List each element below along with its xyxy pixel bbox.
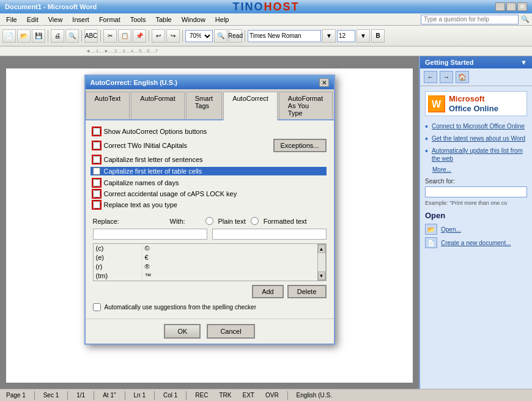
zoom-icon[interactable]: 🔍 — [214, 29, 227, 43]
search-label: Search for: — [425, 178, 527, 185]
status-col: Col 1 — [161, 392, 180, 399]
panel-icon-home[interactable]: 🏠 — [456, 71, 469, 83]
checkbox-replace-text[interactable] — [93, 201, 100, 208]
menu-view[interactable]: View — [45, 15, 67, 24]
checkbox-names-of-days[interactable] — [93, 179, 100, 186]
panel-icon-1[interactable]: ← — [424, 71, 437, 83]
tab-autotext[interactable]: AutoText — [86, 92, 130, 119]
maximize-button[interactable]: □ — [506, 2, 516, 11]
titlebar-title: Document1 - Microsoft Word — [5, 3, 97, 10]
search-icon[interactable]: 🔍 — [521, 15, 530, 23]
checkbox-two-initials[interactable] — [93, 142, 100, 149]
checkbox-row-1: Show AutoCorrect Options buttons — [93, 128, 327, 135]
status-at: At 1" — [100, 392, 118, 399]
replace-label: Replace: — [93, 218, 124, 225]
fontsize-dropdown-icon[interactable]: ▼ — [357, 29, 370, 43]
radio-plain-text[interactable] — [205, 217, 213, 225]
tab-autoformat[interactable]: AutoFormat — [131, 92, 184, 119]
open-button[interactable]: 📂 — [17, 29, 31, 43]
menubar: File Edit View Insert Format Tools Table… — [0, 13, 532, 26]
redo-button[interactable]: ↪ — [166, 29, 180, 43]
menu-table[interactable]: Table — [152, 15, 175, 24]
status-sep-6 — [186, 391, 187, 400]
status-sep-1 — [34, 391, 35, 400]
table-scrollbar[interactable]: ▲ ▼ — [317, 244, 326, 281]
panel-search-input[interactable] — [425, 186, 527, 197]
copy-button[interactable]: 📋 — [118, 29, 131, 43]
font-dropdown-icon[interactable]: ▼ — [322, 29, 336, 43]
table-row-1[interactable]: (c) © — [94, 244, 317, 253]
radio-formatted-text[interactable] — [251, 217, 259, 225]
tab-autoformat-as-type[interactable]: AutoFormat As You Type — [279, 92, 333, 119]
add-button[interactable]: Add — [252, 285, 284, 298]
checkbox-row-4-highlighted: Capitalize first letter of table cells — [91, 167, 327, 175]
tab-autocorrect[interactable]: AutoCorrect — [223, 92, 278, 120]
scroll-up-button[interactable]: ▲ — [318, 245, 325, 253]
ok-button[interactable]: OK — [164, 324, 201, 339]
save-button[interactable]: 💾 — [32, 29, 45, 43]
create-link-text[interactable]: Create a new document... — [441, 240, 511, 246]
checkbox-capitalize-table[interactable] — [93, 167, 100, 175]
fontsize-select[interactable] — [337, 30, 355, 42]
menu-tools[interactable]: Tools — [127, 15, 150, 24]
menu-window[interactable]: Window — [178, 15, 209, 24]
menu-help[interactable]: Help — [212, 15, 233, 24]
bold-button[interactable]: B — [371, 29, 385, 43]
search-input[interactable] — [421, 15, 519, 24]
table-cell-key-2: (e) — [94, 253, 142, 262]
menu-edit[interactable]: Edit — [23, 15, 42, 24]
scroll-down-button[interactable]: ▼ — [318, 271, 325, 280]
table-cell-val-4: ™ — [142, 271, 317, 280]
checkbox-capitalize-sentences[interactable] — [93, 156, 100, 163]
minimize-button[interactable]: _ — [495, 2, 505, 11]
table-row-2[interactable]: (e) € — [94, 253, 317, 262]
dialog-body: Show AutoCorrect Options buttons Correct… — [86, 120, 334, 318]
open-link-text[interactable]: Open... — [441, 226, 461, 233]
paste-button[interactable]: 📌 — [133, 29, 146, 43]
menu-format[interactable]: Format — [95, 15, 124, 24]
font-select[interactable] — [248, 30, 321, 42]
tinohost-logo: TINOHOST — [232, 1, 299, 13]
right-panel: Getting Started ▼ ← → 🏠 W Microsoft Offi… — [419, 56, 532, 389]
tab-smarttags[interactable]: Smart Tags — [186, 92, 222, 119]
preview-button[interactable]: 🔍 — [65, 29, 79, 43]
table-row-4[interactable]: (tm) ™ — [94, 271, 317, 281]
delete-button[interactable]: Delete — [287, 285, 327, 298]
link-text-3[interactable]: Automatically update this list from the … — [432, 147, 527, 163]
radio-formatted-label: Formatted text — [264, 218, 307, 225]
checkbox-label-7: Replace text as you type — [104, 201, 177, 208]
checkbox-caps-lock[interactable] — [93, 190, 100, 197]
replace-from-input[interactable] — [93, 229, 207, 240]
new-button[interactable]: 📄 — [2, 29, 16, 43]
replace-section: Replace: With: Plain text Formatted text — [93, 213, 327, 240]
exceptions-button[interactable]: Exceptions... — [273, 139, 327, 152]
menu-insert[interactable]: Insert — [68, 15, 93, 24]
toolbar-sep5 — [182, 30, 183, 42]
link-text-1[interactable]: Connect to Microsoft Office Online — [432, 122, 525, 130]
table-cell-key-1: (c) — [94, 244, 142, 252]
panel-link-3: • Automatically update this list from th… — [425, 147, 527, 163]
panel-more-link[interactable]: More... — [432, 166, 527, 173]
zoom-select[interactable]: 70% — [185, 30, 213, 42]
dialog-close-button[interactable]: ✕ — [319, 78, 329, 87]
cancel-button[interactable]: Cancel — [207, 324, 254, 339]
replace-to-input[interactable] — [212, 229, 327, 240]
link-text-2[interactable]: Get the latest news about us Word — [432, 134, 525, 142]
print-button[interactable]: 🖨 — [51, 29, 64, 43]
checkbox-spell-check[interactable] — [93, 303, 101, 311]
create-action[interactable]: 📄 Create a new document... — [425, 237, 527, 248]
open-action[interactable]: 📂 Open... — [425, 224, 527, 235]
status-trk: TRK — [216, 392, 234, 399]
panel-dropdown-icon[interactable]: ▼ — [520, 59, 527, 66]
table-row-3[interactable]: (r) ® — [94, 262, 317, 271]
toolbar-sep6 — [245, 30, 245, 42]
panel-icon-2[interactable]: → — [440, 71, 453, 83]
read-button[interactable]: Read — [229, 29, 242, 43]
undo-button[interactable]: ↩ — [152, 29, 165, 43]
checkbox-autocorrect-options[interactable] — [93, 128, 100, 135]
close-button[interactable]: ✕ — [517, 2, 527, 11]
checkbox-label-6: Correct accidental usage of cAPS LOCK ke… — [104, 190, 237, 197]
menu-file[interactable]: File — [2, 15, 21, 24]
cut-button[interactable]: ✂ — [103, 29, 117, 43]
spellcheck-button[interactable]: ABC — [84, 29, 98, 43]
